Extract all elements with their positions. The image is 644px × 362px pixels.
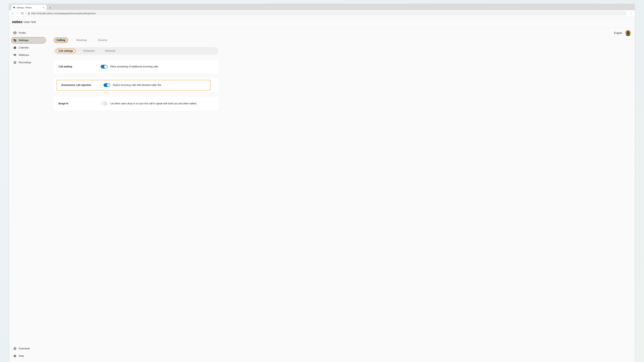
svg-rect-5 <box>14 47 16 47</box>
subtab-voicemail[interactable]: Voicemail <box>102 49 118 53</box>
sidebar-item-label: Settings <box>19 39 28 42</box>
download-icon <box>13 347 16 350</box>
setting-title: Anonymous call rejection <box>61 84 104 87</box>
sidebar-item-label: Webinars <box>19 54 29 57</box>
webex-favicon-icon <box>13 6 16 9</box>
toggle-call-waiting[interactable]: ✓ <box>101 65 108 69</box>
sidebar: Profile Settings Calendar <box>9 28 48 362</box>
help-icon: ? <box>13 354 16 358</box>
check-icon: ✓ <box>104 65 107 68</box>
sidebar-item-recordings[interactable]: Recordings <box>11 59 46 66</box>
check-icon: ✓ <box>107 84 110 87</box>
tab-devices[interactable]: Devices <box>95 37 110 43</box>
setting-barge-in: Barge-In ✕ Let other users drop in on yo… <box>54 97 218 111</box>
tab-bar: Settings - Webex ✕ + <box>9 4 635 10</box>
svg-rect-7 <box>16 47 16 47</box>
close-icon[interactable]: ✕ <box>43 6 44 9</box>
setting-title: Call waiting <box>58 65 101 68</box>
tab-calling[interactable]: Calling <box>54 37 68 43</box>
person-icon <box>13 31 16 35</box>
svg-rect-10 <box>16 55 16 55</box>
svg-rect-8 <box>14 54 16 56</box>
app-header: webex User Hub <box>9 17 635 28</box>
setting-title: Barge-In <box>58 102 101 105</box>
lock-icon <box>28 13 30 14</box>
setting-anonymous-call-rejection: Anonymous call rejection ✓ Reject incomi… <box>56 80 210 90</box>
address-bar[interactable]: https://example.webex.com/webappng/sites… <box>26 11 627 16</box>
sidebar-item-label: Download <box>19 347 30 350</box>
setting-desc: Reject incoming calls with blocked calle… <box>113 84 161 87</box>
svg-point-3 <box>14 32 16 33</box>
svg-rect-11 <box>16 55 16 55</box>
sidebar-item-label: Recordings <box>19 61 31 64</box>
svg-point-13 <box>14 62 16 63</box>
app-body: Profile Settings Calendar <box>9 28 635 362</box>
browser-tab[interactable]: Settings - Webex ✕ <box>11 5 46 10</box>
gear-icon <box>13 39 16 42</box>
browser-toolbar: https://example.webex.com/webappng/sites… <box>9 10 635 17</box>
record-icon <box>13 61 16 64</box>
tab-meetings[interactable]: Meetings <box>74 37 90 43</box>
url-text: https://example.webex.com/webappng/sites… <box>31 12 96 15</box>
webinar-icon <box>13 53 16 57</box>
sub-tabs: Call settings Schedules Voicemail <box>54 47 218 55</box>
sidebar-item-webinars[interactable]: Webinars <box>11 52 46 58</box>
back-button[interactable] <box>11 12 14 15</box>
reload-button[interactable] <box>21 12 24 15</box>
svg-point-9 <box>14 55 15 55</box>
svg-point-1 <box>14 7 15 8</box>
svg-text:?: ? <box>14 355 16 357</box>
header-right: English <box>614 30 631 36</box>
toggle-barge-in[interactable]: ✕ <box>101 102 108 105</box>
sidebar-item-label: Profile <box>19 32 26 34</box>
browser-tab-title: Settings - Webex <box>16 7 42 9</box>
browser-menu-button[interactable]: ⋮ <box>629 12 633 15</box>
app-root: webex User Hub Profile <box>9 17 635 362</box>
language-selector[interactable]: English <box>614 32 622 35</box>
main-content: English Calling Meetings Devices Call se… <box>48 28 635 362</box>
svg-rect-6 <box>14 47 14 47</box>
sidebar-item-label: Calendar <box>19 46 29 49</box>
setting-desc: Let other users drop in on your live cal… <box>110 102 197 105</box>
subtab-call-settings[interactable]: Call settings <box>56 49 76 53</box>
sidebar-item-settings[interactable]: Settings <box>11 37 46 44</box>
new-tab-button[interactable]: + <box>48 6 52 10</box>
x-icon: ✕ <box>101 102 104 105</box>
calendar-icon <box>13 46 16 49</box>
sidebar-item-calendar[interactable]: Calendar <box>11 45 46 51</box>
subtab-schedules[interactable]: Schedules <box>80 49 98 53</box>
primary-tabs: Calling Meetings Devices <box>54 37 631 43</box>
product-name: User Hub <box>24 20 36 24</box>
sidebar-item-help[interactable]: ? Help <box>11 353 46 359</box>
sidebar-item-label: Help <box>19 354 24 357</box>
sidebar-item-profile[interactable]: Profile <box>11 30 46 36</box>
forward-button[interactable] <box>16 12 19 15</box>
toggle-anonymous-call-rejection[interactable]: ✓ <box>104 83 110 87</box>
setting-desc: Allow answering of additional incoming c… <box>110 65 158 68</box>
brand-name: webex <box>12 20 22 24</box>
browser-window: Settings - Webex ✕ + https://example.web… <box>9 4 635 362</box>
setting-call-waiting: Call waiting ✓ Allow answering of additi… <box>54 60 218 74</box>
sidebar-item-download[interactable]: Download <box>11 345 46 352</box>
avatar[interactable] <box>625 30 631 36</box>
